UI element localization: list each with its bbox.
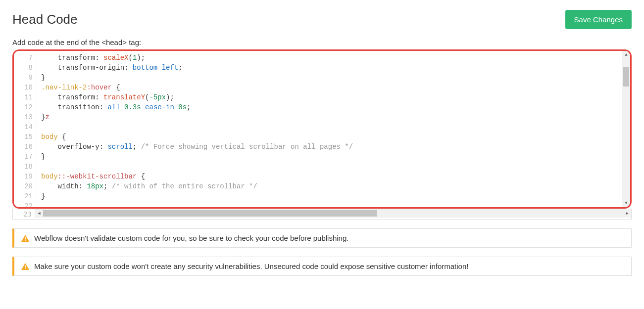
scroll-left-icon[interactable]: ◀ xyxy=(35,209,43,218)
scroll-right-icon[interactable]: ▶ xyxy=(623,209,631,218)
line-number: 21 xyxy=(14,191,33,201)
svg-rect-2 xyxy=(25,265,26,267)
header: Head Code Save Changes xyxy=(12,10,632,29)
code-line[interactable]: width: 18px; /* width of the entire scro… xyxy=(41,181,630,191)
code-line[interactable]: body { xyxy=(41,132,630,142)
warning-alert: Make sure your custom code won't create … xyxy=(12,257,632,276)
line-number: 7 xyxy=(14,53,33,63)
warning-icon xyxy=(21,235,29,242)
line-number: 9 xyxy=(14,73,33,83)
line-number: 8 xyxy=(14,63,33,73)
scroll-down-icon[interactable]: ▼ xyxy=(622,199,630,207)
code-line[interactable]: transform: translateY(-5px); xyxy=(41,92,630,102)
warning-icon xyxy=(21,263,29,270)
svg-rect-3 xyxy=(25,268,26,269)
line-number-gutter: 78910111213141516171819202122 xyxy=(14,51,36,207)
save-changes-button[interactable]: Save Changes xyxy=(565,10,632,29)
code-line[interactable]: transition: all 0.3s ease-in 0s; xyxy=(41,102,630,112)
code-line[interactable] xyxy=(41,162,630,172)
alert-text: Webflow doesn't validate custom code for… xyxy=(34,234,348,242)
line-number: 14 xyxy=(14,122,33,132)
horizontal-scroll-row: 23 ◀ ▶ xyxy=(12,209,632,220)
code-line[interactable]: } xyxy=(41,191,630,201)
line-number: 16 xyxy=(14,142,33,152)
line-number: 18 xyxy=(14,162,33,172)
scroll-up-icon[interactable]: ▲ xyxy=(622,51,630,59)
alert-text: Make sure your custom code won't create … xyxy=(34,262,468,270)
line-number: 11 xyxy=(14,92,33,102)
vertical-scrollbar[interactable]: ▲ ▼ xyxy=(622,51,630,207)
code-content[interactable]: transform: scaleX(1); transform-origin: … xyxy=(36,51,630,207)
code-line[interactable]: .nav-link-2:hover { xyxy=(41,83,630,92)
horizontal-scrollbar[interactable]: ◀ ▶ xyxy=(35,209,631,218)
svg-rect-1 xyxy=(25,240,26,241)
code-line[interactable]: } xyxy=(41,73,630,83)
line-number: 12 xyxy=(14,102,33,112)
line-number: 23 xyxy=(13,209,35,219)
code-line[interactable]: transform-origin: bottom left; xyxy=(41,63,630,73)
page-title: Head Code xyxy=(12,12,78,27)
code-line[interactable]: } xyxy=(41,152,630,162)
code-line[interactable]: transform: scaleX(1); xyxy=(41,53,630,63)
code-line[interactable]: body::-webkit-scrollbar { xyxy=(41,172,630,181)
vertical-scroll-thumb[interactable] xyxy=(623,67,629,87)
code-line[interactable]: }z xyxy=(41,112,630,122)
code-editor-highlight: 78910111213141516171819202122 transform:… xyxy=(12,49,632,209)
code-editor[interactable]: 78910111213141516171819202122 transform:… xyxy=(14,51,630,207)
code-line[interactable]: overflow-y: scroll; /* Force showing ver… xyxy=(41,142,630,152)
line-number: 13 xyxy=(14,112,33,122)
line-number: 19 xyxy=(14,172,33,181)
warning-alert: Webflow doesn't validate custom code for… xyxy=(12,228,632,248)
horizontal-scroll-thumb[interactable] xyxy=(43,210,377,217)
line-number: 22 xyxy=(14,201,33,209)
code-line[interactable] xyxy=(41,122,630,132)
line-number: 17 xyxy=(14,152,33,162)
line-number: 15 xyxy=(14,132,33,142)
line-number: 20 xyxy=(14,181,33,191)
line-number: 10 xyxy=(14,83,33,92)
code-line[interactable] xyxy=(41,201,630,207)
svg-rect-0 xyxy=(25,237,26,239)
subheading: Add code at the end of the <head> tag: xyxy=(12,38,632,46)
